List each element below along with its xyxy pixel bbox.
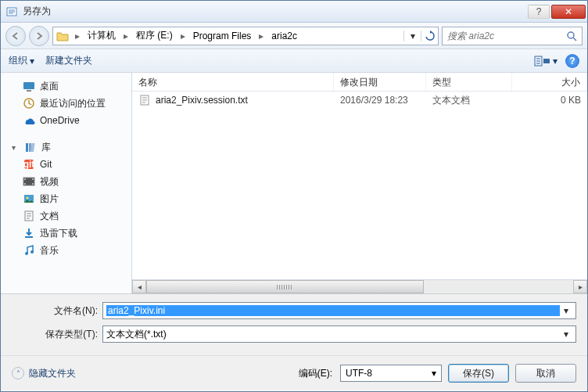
close-button[interactable]: ✕ [551, 5, 586, 19]
git-icon: git [23, 158, 35, 171]
help-icon[interactable]: ? [565, 54, 579, 68]
breadcrumb-item[interactable]: 计算机 [86, 29, 117, 42]
sidebar-item-git[interactable]: gitGit [1, 156, 131, 173]
scroll-left-icon[interactable]: ◂ [132, 280, 146, 293]
refresh-icon[interactable] [421, 31, 435, 41]
breadcrumb-sep-icon: ▸ [177, 31, 188, 41]
filetype-value: 文本文档(*.txt) [106, 328, 560, 341]
file-list[interactable]: aria2_Pixiv.session.txt 2016/3/29 18:23 … [132, 92, 587, 279]
filename-input[interactable]: aria2_Pixiv.ini ▾ [102, 302, 576, 319]
horizontal-scrollbar[interactable]: ◂ ▸ [132, 279, 587, 293]
file-type: 文本文档 [426, 94, 512, 107]
chevron-down-icon: ▾ [553, 56, 558, 67]
sidebar-item-pictures[interactable]: 图片 [1, 190, 131, 207]
search-input[interactable] [447, 31, 566, 41]
svg-point-4 [568, 32, 574, 38]
file-row[interactable]: aria2_Pixiv.session.txt 2016/3/29 18:23 … [132, 92, 587, 109]
file-size: 0 KB [512, 95, 587, 106]
library-icon [24, 141, 37, 153]
chevron-down-icon[interactable]: ▾ [560, 305, 572, 316]
svg-rect-31 [25, 236, 33, 238]
svg-point-23 [32, 178, 34, 180]
breadcrumb-item[interactable]: Program Files [192, 31, 253, 41]
footer: ˄ 隐藏文件夹 编码(E): UTF-8 ▾ 保存(S) 取消 [1, 355, 587, 390]
save-button[interactable]: 保存(S) [448, 364, 509, 383]
folder-icon [56, 31, 69, 41]
back-button[interactable] [5, 26, 26, 46]
forward-button[interactable] [29, 26, 49, 46]
scrollbar-track[interactable] [146, 280, 573, 293]
view-icon [534, 55, 551, 67]
filetype-label: 保存类型(T): [12, 328, 102, 341]
sidebar-item-thunder[interactable]: 迅雷下载 [1, 225, 131, 242]
window-buttons: ? ✕ [528, 5, 586, 19]
sidebar-item-recent[interactable]: 最近访问的位置 [1, 95, 131, 112]
svg-point-26 [27, 197, 29, 200]
window-title: 另存为 [23, 5, 528, 18]
scrollbar-thumb[interactable] [146, 280, 424, 293]
svg-point-32 [25, 252, 28, 255]
svg-text:git: git [23, 159, 35, 170]
new-folder-button[interactable]: 新建文件夹 [45, 54, 92, 67]
svg-point-33 [30, 250, 34, 254]
document-icon [23, 210, 35, 222]
scroll-right-icon[interactable]: ▸ [573, 280, 587, 293]
svg-rect-11 [23, 82, 34, 89]
column-type[interactable]: 类型 [426, 73, 512, 91]
sidebar-item-desktop[interactable]: 桌面 [1, 77, 131, 95]
svg-line-5 [573, 38, 576, 41]
column-modified[interactable]: 修改日期 [334, 73, 426, 91]
breadcrumb-item[interactable]: 程序 (E:) [134, 29, 174, 42]
encoding-select[interactable]: UTF-8 ▾ [340, 365, 442, 382]
file-list-area: 名称 修改日期 类型 大小 aria2_Pixiv.session.txt 20… [132, 73, 587, 293]
column-headers: 名称 修改日期 类型 大小 [132, 73, 587, 92]
expand-icon[interactable]: ▾ [12, 143, 20, 152]
chevron-down-icon: ▾ [30, 56, 34, 67]
breadcrumb-sep-icon: ▸ [256, 31, 267, 41]
filename-value: aria2_Pixiv.ini [106, 305, 560, 316]
main-area: 桌面 最近访问的位置 OneDrive ▾库 gitGit 视频 图片 文档 迅… [1, 73, 587, 293]
chevron-down-icon[interactable]: ▾ [432, 368, 436, 379]
app-icon [5, 5, 18, 18]
chevron-down-icon[interactable]: ▾ [560, 329, 572, 340]
encoding-value: UTF-8 [346, 368, 372, 379]
file-modified: 2016/3/29 18:23 [334, 95, 426, 106]
title-bar: 另存为 ? ✕ [1, 1, 587, 23]
help-button[interactable]: ? [528, 5, 550, 19]
nav-row: ▸ 计算机 ▸ 程序 (E:) ▸ Program Files ▸ aria2c… [1, 23, 587, 49]
sidebar-item-libraries[interactable]: ▾库 [1, 138, 131, 156]
hide-folders-toggle[interactable]: ˄ 隐藏文件夹 [12, 367, 76, 380]
video-icon [23, 175, 35, 188]
svg-point-21 [24, 178, 26, 180]
search-box[interactable] [442, 27, 583, 45]
chevron-up-icon: ˄ [12, 367, 24, 379]
file-icon [138, 94, 151, 106]
address-bar[interactable]: ▸ 计算机 ▸ 程序 (E:) ▸ Program Files ▸ aria2c… [52, 27, 439, 45]
sidebar-item-videos[interactable]: 视频 [1, 173, 131, 190]
filetype-select[interactable]: 文本文档(*.txt) ▾ [102, 325, 576, 343]
svg-point-24 [32, 183, 34, 185]
search-icon[interactable] [566, 31, 577, 41]
column-name[interactable]: 名称 [132, 73, 334, 91]
cancel-button[interactable]: 取消 [515, 364, 576, 383]
breadcrumb-sep-icon: ▸ [72, 31, 83, 41]
download-icon [23, 227, 35, 239]
toolbar: 组织▾ 新建文件夹 ▾ ? [1, 49, 587, 73]
address-dropdown-icon[interactable]: ▾ [403, 31, 418, 41]
breadcrumb-item[interactable]: aria2c [270, 31, 299, 41]
view-options-button[interactable]: ▾ [534, 55, 558, 67]
filename-label: 文件名(N): [12, 304, 102, 318]
sidebar-item-music[interactable]: 音乐 [1, 242, 131, 259]
organize-menu[interactable]: 组织▾ [9, 54, 34, 67]
column-size[interactable]: 大小 [512, 73, 587, 91]
svg-point-22 [24, 183, 26, 185]
save-form: 文件名(N): aria2_Pixiv.ini ▾ 保存类型(T): 文本文档(… [1, 293, 587, 355]
svg-rect-12 [27, 90, 31, 92]
sidebar-item-onedrive[interactable]: OneDrive [1, 112, 131, 129]
pictures-icon [23, 192, 35, 205]
sidebar-item-documents[interactable]: 文档 [1, 207, 131, 225]
file-name: aria2_Pixiv.session.txt [156, 95, 248, 106]
music-icon [23, 244, 35, 257]
sidebar: 桌面 最近访问的位置 OneDrive ▾库 gitGit 视频 图片 文档 迅… [1, 73, 132, 293]
svg-rect-14 [26, 143, 28, 152]
